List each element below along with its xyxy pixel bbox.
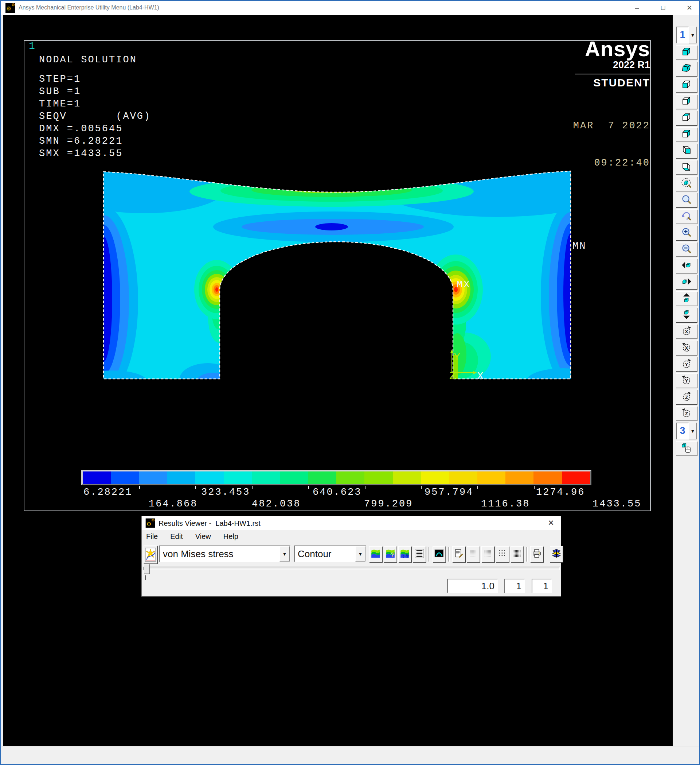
legend-color-segment bbox=[308, 471, 336, 484]
zoomin-icon bbox=[681, 227, 692, 239]
menu-help[interactable]: Help bbox=[223, 532, 239, 541]
contour-count-dropdown[interactable]: 3▼ bbox=[676, 423, 697, 439]
pan-right-button[interactable] bbox=[676, 275, 697, 290]
time-slider-thumb[interactable] bbox=[144, 564, 150, 574]
node-results-button[interactable] bbox=[496, 546, 509, 562]
zoombox-icon bbox=[681, 194, 692, 206]
dynamic-zoom-button[interactable] bbox=[676, 209, 697, 224]
results-viewer-titlebar[interactable]: ⚙⚙ Results Viewer - Lab4-HW1.rst ✕ bbox=[142, 516, 561, 530]
report-icon bbox=[454, 549, 463, 560]
top-view-button[interactable] bbox=[676, 111, 697, 126]
legend-color-segment bbox=[167, 471, 195, 484]
zoom-model-button[interactable] bbox=[676, 176, 697, 191]
results-viewer-title: Results Viewer - Lab4-HW1.rst bbox=[159, 519, 261, 527]
svg-text:Y: Y bbox=[685, 362, 688, 367]
status-bar: Pick a menu item or enter a command (POS… bbox=[1, 746, 699, 765]
front-view-button[interactable] bbox=[676, 78, 697, 93]
report-generator-button[interactable] bbox=[452, 546, 465, 562]
rotate-plus-z-button[interactable]: Z bbox=[676, 390, 697, 405]
fit-icon bbox=[681, 178, 692, 190]
back-view-button[interactable] bbox=[676, 127, 697, 142]
legend-color-segment bbox=[280, 471, 308, 484]
chevron-down-icon[interactable]: ▼ bbox=[279, 546, 290, 562]
chevron-down-icon[interactable]: ▼ bbox=[689, 27, 697, 43]
time-slider-track[interactable] bbox=[143, 567, 560, 570]
triad-x-label: X bbox=[477, 370, 485, 382]
cube-front-icon bbox=[681, 79, 692, 91]
zoom-in-button[interactable] bbox=[676, 226, 697, 240]
print-button[interactable] bbox=[530, 546, 543, 562]
menu-view[interactable]: View bbox=[195, 532, 212, 541]
results-viewer-dialog: ⚙⚙ Results Viewer - Lab4-HW1.rst ✕ File … bbox=[141, 516, 561, 597]
results-viewer-close-icon[interactable]: ✕ bbox=[546, 518, 556, 527]
image-capture-button[interactable] bbox=[550, 546, 563, 562]
legend-tick bbox=[308, 486, 309, 489]
maximize-button[interactable]: ☐ bbox=[657, 3, 669, 13]
menu-edit[interactable]: Edit bbox=[170, 532, 183, 541]
pan-down-button[interactable] bbox=[676, 308, 697, 322]
right-view-button[interactable] bbox=[676, 94, 697, 109]
pan-left-button[interactable] bbox=[676, 258, 697, 273]
rotate-minus-z-button[interactable]: Z bbox=[676, 406, 697, 421]
svg-text:Z: Z bbox=[685, 395, 688, 400]
rotate-plus-y-button[interactable]: Y bbox=[676, 357, 697, 371]
plot-elements-button[interactable] bbox=[481, 546, 494, 562]
display-mode-value: Contour bbox=[295, 546, 355, 562]
xy-plot-button[interactable] bbox=[144, 546, 157, 564]
graph-data-button[interactable] bbox=[433, 546, 446, 562]
element-results-button[interactable] bbox=[510, 546, 524, 562]
view-number-dropdown[interactable]: 1▼ bbox=[676, 27, 697, 43]
panu-icon bbox=[681, 293, 692, 304]
list-results-button[interactable] bbox=[413, 546, 426, 562]
chevron-down-icon[interactable]: ▼ bbox=[355, 546, 366, 562]
legend-tick bbox=[421, 486, 422, 489]
triad-y-label: Y bbox=[454, 351, 461, 364]
dynzoom-icon bbox=[681, 211, 692, 222]
legend-color-segment bbox=[195, 471, 223, 484]
query-results-button[interactable]: ? bbox=[384, 546, 397, 562]
chevron-down-icon[interactable]: ▼ bbox=[689, 423, 697, 439]
rotate-minus-x-button[interactable]: X bbox=[676, 340, 697, 355]
cube-left-icon bbox=[681, 145, 692, 157]
left-view-button[interactable] bbox=[676, 144, 697, 158]
legend-color-segment bbox=[477, 471, 505, 484]
rotzm-icon: Z bbox=[681, 408, 692, 419]
legend-value: 1433.55 bbox=[593, 499, 641, 509]
result-type-select[interactable]: von Mises stress ▼ bbox=[159, 546, 290, 562]
close-button[interactable]: ✕ bbox=[683, 3, 695, 13]
legend-tick bbox=[252, 486, 253, 489]
iso-view-button[interactable] bbox=[676, 45, 697, 60]
time-value-field[interactable]: 1.0 bbox=[447, 579, 498, 593]
rotyp-icon: Y bbox=[681, 359, 692, 370]
animate-results-button[interactable] bbox=[398, 546, 411, 562]
legend-value: 482.038 bbox=[252, 499, 301, 509]
display-mode-select[interactable]: Contour ▼ bbox=[294, 546, 366, 562]
rotate-minus-y-button[interactable]: Y bbox=[676, 373, 697, 388]
bottom-view-button[interactable] bbox=[676, 160, 697, 175]
result-type-value: von Mises stress bbox=[160, 546, 279, 562]
plot-nodes-button[interactable] bbox=[467, 546, 480, 562]
pan-up-button[interactable] bbox=[676, 291, 697, 306]
rotate-plus-x-button[interactable]: X bbox=[676, 324, 697, 339]
ansys-main-window: ⚙⚙ Ansys Mechanical Enterprise Utility M… bbox=[0, 0, 700, 765]
results-viewer-gear-icon: ⚙⚙ bbox=[146, 518, 155, 529]
menu-file[interactable]: File bbox=[145, 532, 159, 541]
legend-tick bbox=[477, 486, 478, 489]
first-set-field[interactable]: 1 bbox=[504, 579, 525, 593]
oblique-view-button[interactable] bbox=[676, 61, 697, 76]
legend-color-segment bbox=[336, 471, 364, 484]
cube-top-icon bbox=[681, 112, 692, 124]
dynamic-model-mode-button[interactable] bbox=[676, 441, 697, 456]
minimize-button[interactable]: – bbox=[631, 3, 643, 13]
plot-results-button[interactable] bbox=[369, 546, 382, 562]
zoom-out-button[interactable] bbox=[676, 242, 697, 257]
max-stress-label: MX bbox=[457, 279, 471, 290]
min-stress-label: MN bbox=[573, 241, 586, 252]
last-set-field[interactable]: 1 bbox=[532, 579, 552, 593]
app-gear-icon: ⚙⚙ bbox=[5, 3, 15, 14]
zoom-box-button[interactable] bbox=[676, 193, 697, 208]
legend-value: 640.623 bbox=[313, 487, 361, 498]
legend-value: 1116.38 bbox=[481, 499, 530, 509]
xy-plot-icon bbox=[145, 547, 156, 562]
contour-legend-bar bbox=[81, 470, 592, 485]
